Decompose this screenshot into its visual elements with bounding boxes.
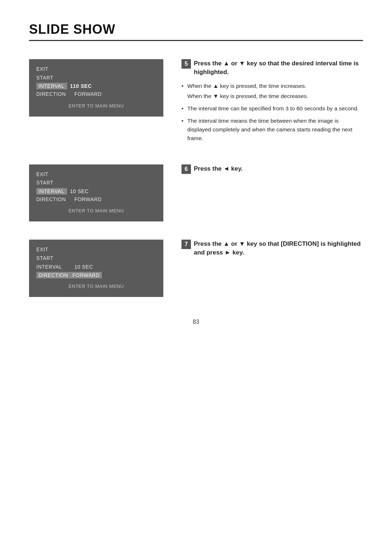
exit-label: EXIT [36,66,74,73]
step6-heading: 6 Press the key. [181,164,363,174]
direction-label-3: DIRECTION [36,272,70,278]
sub-para-1: When the key is pressed, the time decrea… [187,92,363,101]
arrow-up-icon-2 [213,83,219,89]
start-label-3: START [36,255,74,262]
menu-row-start-2: START [36,179,156,187]
arrow-up-icon-3 [223,240,229,247]
start-label: START [36,74,74,82]
step5-heading: 5 Press the or key so that the desired i… [181,59,363,77]
step5-section: EXIT START INTERVAL 110 SEC DIRECTION FO… [29,59,363,146]
step5-heading-text: Press the or key so that the desired int… [194,59,363,77]
bullet-3: The interval time means the time between… [181,117,363,143]
menu-box-mid1: EXIT START INTERVAL 10 SEC DIRECTION FOR… [29,164,163,222]
interval-label-2: INTERVAL [36,188,67,195]
menu-row-direction-3: DIRECTION FORWARD [36,272,156,278]
arrow-up-icon [223,60,229,67]
interval-label: INTERVAL [36,83,67,89]
menu-row-interval-3: INTERVAL 10 SEC [36,264,156,271]
arrow-right-icon [225,249,231,256]
menu-box-top: EXIT START INTERVAL 110 SEC DIRECTION FO… [29,59,163,117]
step5-bullets: When the key is pressed, the time increa… [181,82,363,143]
direction-value-2: FORWARD [74,196,102,203]
interval-label-3: INTERVAL [36,264,74,271]
menu-row-start-3: START [36,255,156,262]
arrow-down-icon-3 [239,240,245,247]
start-label-2: START [36,179,74,187]
step7-left: EXIT START INTERVAL 10 SEC DIRECTION FOR… [29,240,163,297]
bullet-2: The interval time can be specified from … [181,104,363,113]
step5-left: EXIT START INTERVAL 110 SEC DIRECTION FO… [29,59,163,146]
arrow-down-icon-2 [213,93,219,99]
menu-row-interval: INTERVAL 110 SEC [36,83,156,89]
step6-left: EXIT START INTERVAL 10 SEC DIRECTION FOR… [29,164,163,222]
direction-value-3: FORWARD [70,272,102,278]
step7-heading: 7 Press the or key so that [DIRECTION] i… [181,240,363,257]
bullet-1: When the key is pressed, the time increa… [181,82,363,101]
interval-value-3: 10 SEC [74,264,93,271]
enter-line-2: ENTER TO MAIN MENU [36,208,156,213]
page-number: 83 [29,319,363,325]
step6-badge: 6 [181,164,191,174]
step7-heading-text: Press the or key so that [DIRECTION] is … [194,240,363,257]
arrow-down-icon [239,60,245,67]
step5-badge: 5 [181,59,191,69]
direction-label-2: DIRECTION [36,196,74,203]
page-title: SLIDE SHOW [29,22,363,37]
step6-section: EXIT START INTERVAL 10 SEC DIRECTION FOR… [29,164,363,222]
arrow-left-icon [223,165,229,172]
menu-row-direction-2: DIRECTION FORWARD [36,196,156,203]
menu-row-exit: EXIT [36,66,156,73]
menu-row-exit-2: EXIT [36,171,156,178]
exit-label-2: EXIT [36,171,74,178]
menu-row-exit-3: EXIT [36,246,156,253]
menu-box-mid2: EXIT START INTERVAL 10 SEC DIRECTION FOR… [29,240,163,297]
step7-badge: 7 [181,240,191,249]
page-container: SLIDE SHOW EXIT START INTERVAL 110 SEC D… [0,0,392,354]
direction-label: DIRECTION [36,91,74,98]
enter-line: ENTER TO MAIN MENU [36,103,156,109]
menu-row-direction: DIRECTION FORWARD [36,91,156,98]
step5-right: 5 Press the or key so that the desired i… [181,59,363,146]
interval-value: 110 SEC [67,83,92,89]
enter-line-3: ENTER TO MAIN MENU [36,284,156,289]
step7-section: EXIT START INTERVAL 10 SEC DIRECTION FOR… [29,240,363,297]
menu-row-interval-2: INTERVAL 10 SEC [36,188,156,195]
menu-row-start: START [36,74,156,82]
direction-value: FORWARD [74,91,102,98]
step6-right: 6 Press the key. [181,164,363,222]
step6-heading-text: Press the key. [194,164,363,173]
interval-value-2: 10 SEC [67,188,89,194]
step7-right: 7 Press the or key so that [DIRECTION] i… [181,240,363,297]
exit-label-3: EXIT [36,246,74,253]
title-divider [29,40,363,41]
